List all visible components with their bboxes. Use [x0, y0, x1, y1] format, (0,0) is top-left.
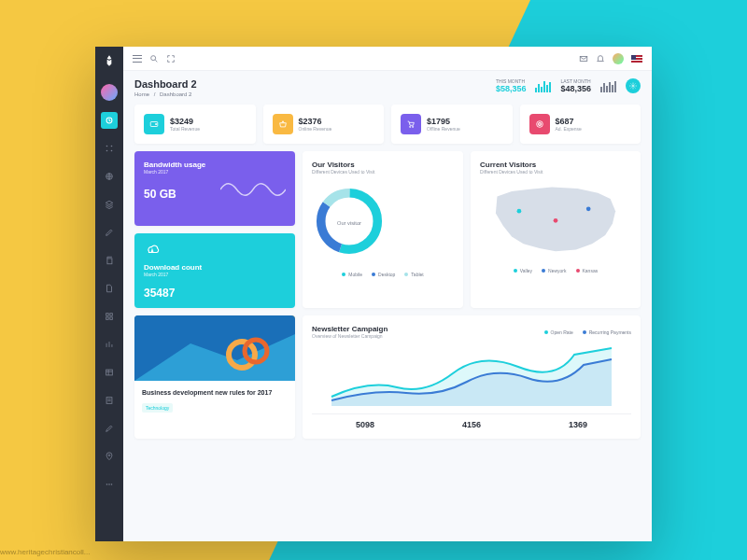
- svg-point-19: [632, 85, 634, 87]
- sidebar-item-grid[interactable]: [101, 308, 118, 325]
- logo-icon: [103, 54, 116, 67]
- svg-point-13: [108, 455, 110, 456]
- svg-point-16: [111, 483, 113, 485]
- fullscreen-icon[interactable]: [166, 54, 176, 63]
- sidebar-item-doc[interactable]: [101, 392, 118, 409]
- search-icon[interactable]: [149, 54, 159, 63]
- donut-chart: Our visitor: [312, 184, 387, 259]
- current-visitors-card: Current Visitors Different Devices Used …: [471, 151, 641, 308]
- svg-point-14: [106, 483, 108, 485]
- svg-rect-10: [110, 317, 113, 320]
- target-icon: [529, 114, 550, 134]
- sidebar-item-files[interactable]: [101, 280, 118, 297]
- blog-image: [134, 315, 295, 381]
- sidebar-item-edit[interactable]: [101, 224, 118, 241]
- visitors-card: Our Visitors Different Devices Used to V…: [303, 151, 463, 308]
- page-header: Dashboard 2 Home / Dashboard 2 THIS MONT…: [123, 71, 652, 105]
- svg-point-15: [108, 483, 110, 485]
- kpi-total-revenue[interactable]: $3249Total Revenue: [134, 105, 256, 144]
- svg-rect-9: [106, 317, 109, 320]
- sidebar-item-brush[interactable]: [101, 420, 118, 437]
- download-card[interactable]: Download count March 2017 35487: [134, 233, 295, 308]
- svg-point-21: [155, 123, 156, 124]
- svg-point-23: [412, 126, 413, 127]
- sidebar-item-dashboard[interactable]: [101, 112, 118, 129]
- menu-icon[interactable]: [133, 55, 142, 63]
- sparkline-this-month: [535, 79, 551, 92]
- donut-legend: Mobile Desktop Tablet: [312, 272, 454, 277]
- svg-point-26: [539, 124, 540, 125]
- newsletter-card: Newsletter Campaign Overview of Newslett…: [303, 315, 641, 439]
- kpi-row: $3249Total Revenue $2376Online Revenue $…: [134, 105, 641, 144]
- stat-this-month: THIS MONTH $58,356: [496, 78, 527, 93]
- svg-point-17: [151, 55, 156, 60]
- blog-tag[interactable]: Technology: [142, 403, 173, 413]
- main-area: Dashboard 2 Home / Dashboard 2 THIS MONT…: [123, 47, 652, 541]
- svg-rect-7: [106, 314, 109, 316]
- watermark: www.heritagechristiancoll...: [0, 548, 90, 556]
- usa-map: [480, 178, 631, 259]
- sidebar-avatar[interactable]: [101, 84, 118, 101]
- svg-point-22: [410, 126, 411, 127]
- stat-last-month: LAST MONTH $48,356: [560, 78, 591, 93]
- sparkline-last-month: [600, 79, 616, 92]
- cloud-download-icon: [144, 243, 161, 256]
- wave-chart-icon: [220, 175, 286, 203]
- sidebar-item-copy[interactable]: [101, 252, 118, 269]
- crumb-home[interactable]: Home: [134, 91, 149, 97]
- svg-point-33: [586, 206, 591, 211]
- svg-point-4: [111, 150, 113, 152]
- svg-point-1: [106, 146, 108, 147]
- kpi-ad-expense[interactable]: $687Ad. Expense: [520, 105, 641, 144]
- user-avatar[interactable]: [613, 53, 624, 64]
- newsletter-stats: 5098 4156 1369: [312, 413, 631, 429]
- cart-icon: [401, 114, 421, 134]
- svg-point-32: [517, 209, 522, 214]
- svg-text:Our visitor: Our visitor: [337, 220, 361, 226]
- sidebar: [95, 47, 123, 541]
- sidebar-item-chart[interactable]: [101, 336, 118, 353]
- crumb-current: Dashboard 2: [160, 91, 191, 97]
- settings-fab[interactable]: [626, 78, 641, 93]
- svg-rect-8: [110, 314, 113, 316]
- svg-rect-6: [107, 259, 112, 264]
- kpi-offline-revenue[interactable]: $1795Offline Revenue: [391, 105, 513, 144]
- basket-icon: [273, 114, 293, 134]
- mail-icon[interactable]: [579, 54, 588, 63]
- bell-icon[interactable]: [596, 54, 605, 63]
- sidebar-item-apps[interactable]: [101, 140, 118, 157]
- app-window: Dashboard 2 Home / Dashboard 2 THIS MONT…: [95, 47, 652, 541]
- svg-point-34: [554, 218, 558, 223]
- page-title: Dashboard 2: [134, 78, 197, 90]
- sidebar-item-pin[interactable]: [101, 448, 118, 465]
- svg-point-3: [106, 150, 108, 152]
- sidebar-item-more[interactable]: [101, 476, 118, 493]
- area-chart: [312, 341, 631, 406]
- kpi-online-revenue[interactable]: $2376Online Revenue: [263, 105, 385, 144]
- svg-point-2: [111, 146, 113, 147]
- map-legend: Valley Newyork Kansas: [480, 268, 631, 273]
- sidebar-item-globe[interactable]: [101, 168, 118, 185]
- sidebar-item-table[interactable]: [101, 364, 118, 381]
- topbar: [123, 47, 652, 71]
- wallet-icon: [144, 114, 164, 134]
- flag-us-icon[interactable]: [631, 55, 642, 63]
- svg-rect-11: [106, 370, 113, 375]
- blog-card[interactable]: Business development new rules for 2017 …: [134, 315, 295, 439]
- bandwidth-card[interactable]: Bandwidth usage March 2017 50 GB: [134, 151, 295, 226]
- breadcrumb: Home / Dashboard 2: [134, 91, 197, 97]
- sidebar-item-layers[interactable]: [101, 196, 118, 213]
